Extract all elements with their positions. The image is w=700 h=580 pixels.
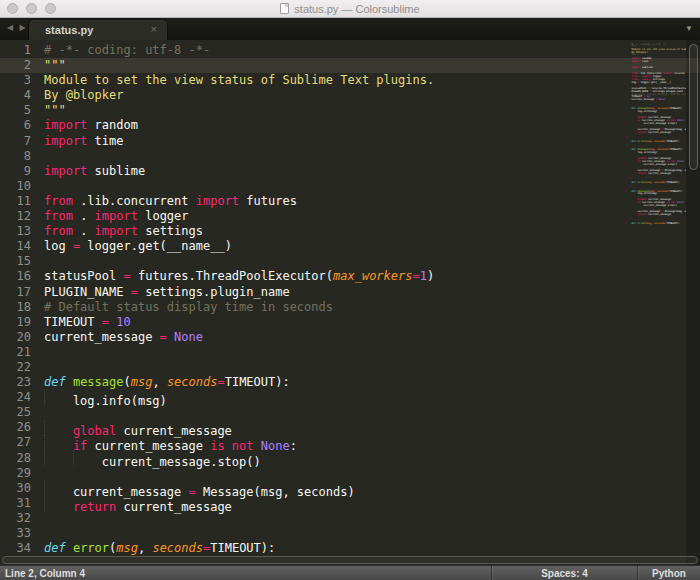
code-line[interactable]: 16statusPool = futures.ThreadPoolExecuto… bbox=[0, 269, 700, 284]
code-line[interactable]: 6import random bbox=[0, 118, 700, 133]
code-token: = bbox=[123, 269, 130, 283]
code-token: sublime bbox=[87, 164, 145, 178]
code-line[interactable]: 10 bbox=[0, 179, 700, 194]
line-number: 15 bbox=[0, 254, 31, 269]
line-number: 34 bbox=[0, 541, 31, 556]
code-line[interactable]: 26 global current_message bbox=[0, 420, 700, 435]
code-line[interactable]: 28 current_message.stop() bbox=[0, 451, 700, 466]
minimap-line: def error(msg, seconds=TIMEOUT): bbox=[626, 180, 686, 183]
editor[interactable]: 1# -*- coding: utf-8 -*-2"""3Module to s… bbox=[0, 40, 700, 565]
code-line[interactable]: 1# -*- coding: utf-8 -*- bbox=[0, 43, 700, 58]
code-token: current_message bbox=[647, 130, 671, 133]
document-proxy-icon[interactable] bbox=[280, 3, 289, 14]
tab-close-icon[interactable]: × bbox=[151, 24, 157, 35]
code-token: TIMEOUT): bbox=[210, 541, 275, 555]
code-line[interactable]: 13from . import settings bbox=[0, 224, 700, 239]
minimap[interactable]: # -*- coding: utf-8 -*-"""Module to set … bbox=[626, 42, 686, 565]
code-line[interactable]: 5""" bbox=[0, 103, 700, 118]
minimize-window-button[interactable] bbox=[26, 3, 37, 14]
code-token: TIMEOUT): bbox=[669, 107, 683, 110]
code-line[interactable]: 8 bbox=[0, 149, 700, 164]
code-token: message bbox=[73, 375, 124, 389]
syntax-language[interactable]: Python bbox=[637, 566, 700, 580]
line-number: 10 bbox=[0, 179, 31, 194]
code-line[interactable]: 17PLUGIN_NAME = settings.plugin_name bbox=[0, 285, 700, 300]
code-line[interactable]: 11from .lib.concurrent import futures bbox=[0, 194, 700, 209]
indent-guide bbox=[44, 435, 73, 450]
code-token: futures bbox=[239, 194, 297, 208]
code-token: current_message.stop() bbox=[631, 121, 677, 124]
tab-overflow-icon[interactable]: ▼ bbox=[685, 24, 693, 33]
code-token: TIMEOUT): bbox=[666, 180, 680, 183]
code-line[interactable]: 7import time bbox=[0, 134, 700, 149]
code-area[interactable]: 1# -*- coding: utf-8 -*-2"""3Module to s… bbox=[0, 43, 700, 556]
vertical-scrollbar[interactable] bbox=[689, 44, 698, 170]
close-window-button[interactable] bbox=[7, 3, 18, 14]
code-token: # Default status display time in seconds bbox=[44, 300, 333, 314]
line-number: 14 bbox=[0, 239, 31, 254]
code-token: error bbox=[73, 541, 109, 555]
line-number: 26 bbox=[0, 420, 31, 435]
line-number: 33 bbox=[0, 526, 31, 541]
code-line[interactable]: 24 log.info(msg) bbox=[0, 390, 700, 405]
code-line[interactable]: 27 if current_message is not None: bbox=[0, 435, 700, 450]
line-number: 30 bbox=[0, 481, 31, 496]
code-line[interactable]: 20current_message = None bbox=[0, 330, 700, 345]
code-token: from bbox=[44, 224, 73, 238]
code-line[interactable]: 23def message(msg, seconds=TIMEOUT): bbox=[0, 375, 700, 390]
code-token: statusPool bbox=[44, 269, 123, 283]
code-line[interactable]: 12from . import logger bbox=[0, 209, 700, 224]
tab-nav-forward-icon[interactable]: ▶ bbox=[19, 23, 25, 32]
line-number: 1 bbox=[0, 43, 31, 58]
line-number: 5 bbox=[0, 103, 31, 118]
line-number: 3 bbox=[0, 73, 31, 88]
code-token: settings bbox=[138, 224, 203, 238]
tab-nav-back-icon[interactable]: ◀ bbox=[7, 23, 13, 32]
code-token: PLUGIN_NAME bbox=[44, 285, 131, 299]
code-token: seconds bbox=[152, 541, 203, 555]
code-line[interactable]: 33 bbox=[0, 526, 700, 541]
code-line[interactable]: 15 bbox=[0, 254, 700, 269]
code-token: TIMEOUT): bbox=[666, 139, 680, 142]
code-line[interactable]: 18# Default status display time in secon… bbox=[0, 300, 700, 315]
code-token: log.info(msg) bbox=[73, 394, 167, 408]
code-token: current_message.stop() bbox=[631, 204, 677, 207]
code-token: import bbox=[631, 60, 640, 63]
code-token: log.info(msg) bbox=[631, 192, 657, 195]
line-number: 25 bbox=[0, 405, 31, 420]
code-line[interactable]: 19TIMEOUT = 10 bbox=[0, 315, 700, 330]
code-token: seconds bbox=[657, 189, 668, 192]
code-line[interactable]: 9import sublime bbox=[0, 164, 700, 179]
code-token: from bbox=[44, 194, 73, 208]
code-line[interactable]: 2""" bbox=[0, 58, 700, 73]
code-line[interactable]: 4By @blopker bbox=[0, 88, 700, 103]
code-line[interactable]: 30 current_message = Message(msg, second… bbox=[0, 481, 700, 496]
code-token: = bbox=[413, 269, 420, 283]
code-token: : bbox=[683, 118, 685, 121]
code-line[interactable]: 21 bbox=[0, 345, 700, 360]
indent-spaces-setting[interactable]: Spaces: 4 bbox=[491, 566, 637, 580]
code-line[interactable]: 34def error(msg, seconds=TIMEOUT): bbox=[0, 541, 700, 556]
zoom-window-button[interactable] bbox=[45, 3, 56, 14]
code-line[interactable]: 3Module to set the view status of Sublim… bbox=[0, 73, 700, 88]
code-token: : bbox=[683, 201, 685, 204]
code-token: current_message bbox=[647, 171, 671, 174]
code-line[interactable]: 14log = logger.get(__name__) bbox=[0, 239, 700, 254]
code-token bbox=[66, 375, 73, 389]
code-token: TIMEOUT bbox=[44, 315, 102, 329]
code-token: : bbox=[290, 440, 297, 454]
code-token: def bbox=[44, 375, 66, 389]
line-number: 17 bbox=[0, 285, 31, 300]
tab-statuspy[interactable]: status.py × bbox=[29, 20, 167, 40]
code-token: log bbox=[44, 239, 73, 253]
code-line[interactable]: 22 bbox=[0, 360, 700, 375]
code-token: msg bbox=[116, 541, 138, 555]
indent-guide bbox=[44, 451, 73, 466]
code-token: seconds bbox=[654, 139, 665, 142]
code-token: return bbox=[638, 171, 647, 174]
code-token: seconds bbox=[654, 221, 665, 224]
horizontal-scrollbar[interactable] bbox=[2, 556, 698, 564]
code-token: import bbox=[44, 164, 87, 178]
code-token: futures bbox=[672, 71, 684, 74]
code-token: current_message.stop() bbox=[102, 455, 261, 469]
